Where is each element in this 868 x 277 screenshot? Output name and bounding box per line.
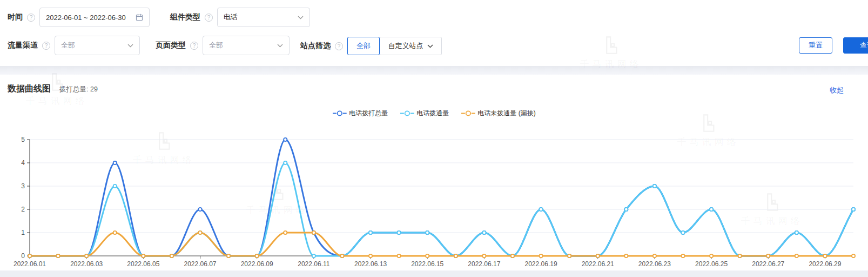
svg-text:2022.06.13: 2022.06.13: [354, 260, 387, 268]
chart-header: 数据曲线图 拨打总量: 29: [8, 83, 98, 95]
svg-text:2022.06.21: 2022.06.21: [582, 260, 614, 268]
page-type-value: 全部: [209, 41, 223, 50]
site-filter-group: 站点筛选 ? 全部 自定义站点: [300, 36, 442, 56]
chart-title: 数据曲线图: [8, 83, 51, 95]
traffic-channel-group: 流量渠道 ? 全部: [8, 36, 140, 55]
svg-text:1: 1: [21, 229, 25, 236]
site-all-button[interactable]: 全部: [347, 37, 380, 55]
svg-text:2022.06.09: 2022.06.09: [241, 260, 273, 268]
line-series-marker-icon: [332, 110, 346, 116]
svg-text:2022.06.11: 2022.06.11: [298, 260, 329, 268]
traffic-channel-label: 流量渠道: [8, 41, 38, 50]
collapse-link[interactable]: 收起: [830, 85, 844, 95]
legend-label: 电话拨通量: [416, 109, 449, 118]
time-filter-group: 时间 ? 2022-06-01 ~ 2022-06-30: [8, 8, 150, 27]
legend-label: 电话未拨通量 (漏接): [477, 109, 535, 118]
component-type-label: 组件类型: [170, 12, 200, 22]
svg-text:2022.06.19: 2022.06.19: [525, 260, 557, 268]
page-type-help-icon[interactable]: ?: [190, 42, 198, 50]
component-type-help-icon[interactable]: ?: [205, 14, 213, 22]
page-type-select[interactable]: 全部: [203, 36, 290, 55]
line-series-marker-icon: [461, 110, 475, 116]
chevron-down-icon: [127, 44, 133, 48]
svg-text:2022.06.23: 2022.06.23: [638, 260, 671, 268]
legend-item-total[interactable]: 电话拨打总量: [332, 109, 388, 118]
dashboard-page: { "filters": { "time_label": "时间", "time…: [0, 0, 868, 277]
svg-text:2022.06.01: 2022.06.01: [14, 260, 46, 268]
component-type-select[interactable]: 电话: [217, 8, 310, 27]
traffic-channel-value: 全部: [61, 41, 75, 50]
svg-text:4: 4: [21, 159, 25, 167]
component-type-value: 电话: [224, 12, 238, 22]
site-custom-label: 自定义站点: [388, 41, 423, 51]
legend-label: 电话拨打总量: [349, 109, 388, 118]
svg-text:5: 5: [21, 136, 25, 143]
chevron-down-icon: [298, 16, 304, 19]
site-all-label: 全部: [356, 41, 371, 51]
component-type-group: 组件类型 ? 电话: [170, 8, 310, 27]
traffic-channel-select[interactable]: 全部: [55, 36, 140, 55]
svg-text:3: 3: [21, 182, 25, 190]
svg-text:2022.06.27: 2022.06.27: [752, 260, 784, 268]
legend-item-missed[interactable]: 电话未拨通量 (漏接): [461, 109, 535, 118]
svg-text:2022.06.25: 2022.06.25: [695, 260, 728, 268]
site-filter-label: 站点筛选: [300, 41, 331, 51]
total-calls-stat: 拨打总量: 29: [59, 85, 98, 94]
legend-item-connected[interactable]: 电话拨通量: [400, 109, 449, 118]
chevron-down-icon: [427, 44, 433, 48]
time-label: 时间: [8, 12, 23, 22]
date-range-input[interactable]: 2022-06-01 ~ 2022-06-30: [39, 8, 150, 27]
svg-text:0: 0: [21, 252, 25, 260]
query-button[interactable]: 查询: [843, 37, 868, 54]
svg-text:2022.06.05: 2022.06.05: [127, 260, 159, 268]
svg-text:2022.06.03: 2022.06.03: [70, 260, 103, 268]
reset-button[interactable]: 重置: [799, 37, 832, 54]
svg-text:2022.06.15: 2022.06.15: [411, 260, 443, 268]
line-series-marker-icon: [400, 110, 414, 116]
page-type-label: 页面类型: [156, 41, 186, 50]
svg-text:2022.06.29: 2022.06.29: [809, 260, 841, 268]
time-help-icon[interactable]: ?: [27, 14, 35, 22]
chart-legend: 电话拨打总量 电话拨通量 电话未拨通量 (漏接): [332, 109, 535, 118]
date-range-value: 2022-06-01 ~ 2022-06-30: [46, 14, 126, 22]
svg-text:2022.06.07: 2022.06.07: [184, 260, 216, 268]
site-custom-button[interactable]: 自定义站点: [379, 37, 442, 55]
traffic-channel-help-icon[interactable]: ?: [42, 42, 50, 50]
svg-text:2: 2: [21, 206, 25, 213]
calendar-icon: [136, 14, 143, 21]
site-filter-help-icon[interactable]: ?: [335, 42, 343, 50]
svg-text:2022.06.17: 2022.06.17: [468, 260, 500, 268]
chevron-down-icon: [277, 44, 283, 48]
page-type-group: 页面类型 ? 全部: [156, 36, 290, 55]
